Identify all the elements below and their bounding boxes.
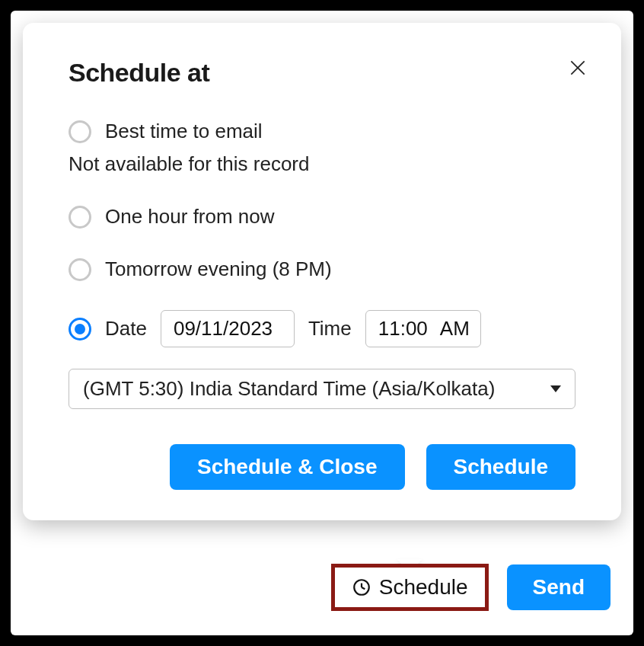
- option-tomorrow[interactable]: Tomorrow evening (8 PM): [69, 257, 575, 281]
- option-one-hour[interactable]: One hour from now: [69, 205, 575, 229]
- best-time-note: Not available for this record: [69, 152, 575, 176]
- svg-line-4: [362, 587, 365, 589]
- schedule-button[interactable]: Schedule: [426, 444, 575, 490]
- timezone-value: (GMT 5:30) India Standard Time (Asia/Kol…: [83, 377, 495, 401]
- option-best-time[interactable]: Best time to email: [69, 120, 575, 143]
- popup-buttons: Schedule & Close Schedule: [69, 444, 575, 490]
- radio-icon[interactable]: [69, 258, 91, 281]
- schedule-close-button[interactable]: Schedule & Close: [170, 444, 405, 490]
- schedule-trigger-label: Schedule: [379, 575, 468, 600]
- radio-icon[interactable]: [69, 120, 91, 143]
- popup-title: Schedule at: [69, 58, 209, 88]
- clock-icon: [352, 577, 371, 597]
- popup-header: Schedule at: [69, 58, 575, 88]
- schedule-popup: Schedule at Best time to email Not avail…: [23, 23, 621, 520]
- close-icon[interactable]: [565, 55, 591, 84]
- chevron-down-icon: [550, 385, 561, 392]
- compose-bottom-bar: Schedule Send: [331, 564, 611, 611]
- radio-icon[interactable]: [69, 206, 91, 229]
- date-label: Date: [105, 317, 147, 341]
- option-label: One hour from now: [105, 205, 275, 229]
- radio-icon[interactable]: [69, 318, 91, 341]
- time-meridiem: AM: [440, 317, 470, 341]
- time-value: 11:00: [378, 317, 428, 341]
- option-label: Best time to email: [105, 120, 263, 143]
- send-button[interactable]: Send: [507, 564, 611, 610]
- time-input[interactable]: 11:00 AM: [365, 310, 481, 347]
- timezone-select[interactable]: (GMT 5:30) India Standard Time (Asia/Kol…: [69, 369, 575, 409]
- option-label: Tomorrow evening (8 PM): [105, 257, 332, 281]
- schedule-trigger-button[interactable]: Schedule: [331, 564, 489, 611]
- option-custom-datetime: Date Time 11:00 AM: [69, 310, 575, 347]
- time-label: Time: [308, 317, 352, 341]
- date-input[interactable]: [161, 310, 295, 347]
- app-background: Schedule at Best time to email Not avail…: [11, 11, 633, 635]
